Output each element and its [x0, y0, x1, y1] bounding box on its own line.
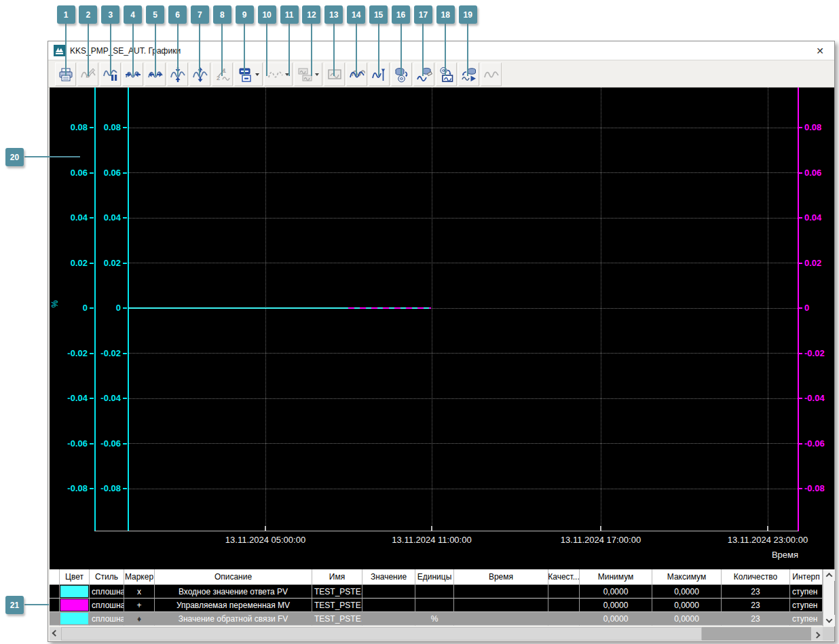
column-header-Значение[interactable]: Значение [362, 569, 415, 585]
callout-line-2 [88, 24, 89, 76]
y-tick-mark [123, 307, 127, 309]
y-tick-mark [798, 263, 802, 264]
cell-value [362, 612, 415, 626]
gridline-horizontal [128, 172, 798, 173]
smooth-curve-button[interactable] [481, 62, 502, 86]
gridline-horizontal [128, 353, 798, 354]
callout-line-18 [445, 24, 446, 76]
callout-line-13 [333, 24, 335, 76]
callout-badge-11: 11 [280, 5, 299, 24]
database-playback-icon [461, 67, 477, 83]
cell-count: 23 [722, 612, 790, 626]
column-header-Минимум[interactable]: Минимум [580, 569, 652, 585]
column-header-Единицы[interactable]: Единицы [415, 569, 454, 585]
cell-count: 23 [722, 599, 790, 612]
gridline-horizontal [128, 218, 798, 219]
column-header-Качест...[interactable]: Качест... [548, 569, 580, 585]
y-tick-label-fv: 0.06 [90, 168, 121, 178]
callout-line-1 [65, 24, 67, 76]
scroll-right-button[interactable] [811, 627, 823, 641]
clear-archive-button[interactable] [413, 62, 434, 86]
cell-marker: + [124, 599, 155, 612]
cell-value [362, 585, 415, 599]
cell-sel [50, 599, 60, 612]
cell-sel [50, 612, 60, 626]
y-tick-label-pv: -0.02 [56, 348, 88, 358]
window-title: KKS_PMP_SE_AUT. Графики [70, 46, 181, 56]
legend-row-1[interactable]: сплошнаяxВходное значение ответа PVTEST_… [50, 585, 823, 599]
column-header-Время[interactable]: Время [454, 569, 548, 585]
legend-grid: ЦветСтильМаркерОписаниеИмяЗначениеЕдиниц… [50, 569, 823, 626]
y-tick-label-fv: 0.02 [90, 258, 121, 268]
cell-time [454, 612, 548, 626]
gridline-horizontal [128, 128, 798, 128]
x-tick-mark [600, 526, 601, 531]
column-header-selector[interactable] [50, 569, 60, 585]
load-archive-button[interactable] [436, 62, 457, 86]
y-tick-label-fv: -0.06 [90, 438, 121, 449]
add-pane-icon [238, 67, 254, 83]
curve-color-swatch [60, 586, 88, 597]
gridline-vertical [265, 88, 266, 531]
close-icon[interactable]: ✕ [814, 45, 826, 57]
dashed-curve-icon [267, 67, 284, 83]
legend-horizontal-scrollbar[interactable] [50, 627, 834, 641]
cell-quality [548, 612, 580, 626]
callout-line-9 [244, 24, 245, 76]
y-tick-label-pv: 0 [56, 303, 88, 313]
column-header-Цвет[interactable]: Цвет [60, 569, 90, 585]
column-header-Количество[interactable]: Количество [722, 569, 790, 585]
callout-line-15 [378, 24, 379, 76]
chevron-down-icon [826, 616, 833, 623]
callout-badge-15: 15 [369, 5, 388, 24]
callout-line-19 [467, 24, 468, 76]
chart-plot-area[interactable]: 0.080.080.080.060.060.060.040.040.040.02… [50, 88, 834, 569]
export-archive-button[interactable] [391, 62, 412, 86]
cell-style: сплошная [90, 585, 124, 599]
y-tick-mark [798, 172, 802, 174]
callout-line-7 [199, 24, 200, 76]
x-tick-label: 13.11.2024 23:00:00 [710, 535, 825, 545]
column-header-Максимум[interactable]: Максимум [652, 569, 722, 585]
y-tick-mark [123, 488, 127, 489]
y-tick-mark [798, 217, 802, 219]
cell-swatch [60, 612, 90, 626]
y-tick-mark [798, 488, 802, 489]
cell-min: 0,0000 [580, 599, 652, 612]
database-erase-curve-icon [416, 67, 432, 83]
scroll-left-button[interactable] [50, 627, 61, 641]
legend-vertical-scrollbar[interactable] [823, 569, 834, 626]
y-tick-label-mv: -0.02 [804, 348, 834, 358]
column-header-Маркер[interactable]: Маркер [124, 569, 155, 585]
y-tick-mark [123, 353, 127, 354]
scroll-up-button[interactable] [823, 569, 835, 581]
column-header-Имя[interactable]: Имя [312, 569, 362, 585]
callout-badge-14: 14 [347, 5, 365, 24]
window-titlebar[interactable]: KKS_PMP_SE_AUT. Графики ✕ [48, 41, 834, 60]
cell-min: 0,0000 [580, 612, 652, 626]
chart-layout-button[interactable] [294, 62, 322, 86]
horizontal-scroll-thumb[interactable] [61, 627, 702, 641]
y-tick-label-mv: -0.04 [804, 393, 834, 403]
cell-description: Входное значение ответа PV [155, 585, 312, 599]
gridline-horizontal [128, 263, 798, 263]
legend-row-2[interactable]: сплошная+Управляемая переменная MVTEST_P… [50, 599, 823, 612]
cell-quality [548, 599, 580, 612]
column-header-Интерп[interactable]: Интерп [790, 569, 823, 585]
column-header-Описание[interactable]: Описание [155, 569, 312, 585]
add-pane-button[interactable] [234, 62, 263, 86]
cell-swatch [60, 585, 90, 599]
x-tick-mark [767, 526, 768, 531]
legend-row-3[interactable]: сплошная♦Значение обратной связи FVTEST_… [50, 612, 823, 626]
chevron-up-icon [826, 573, 833, 580]
x-tick-label: 13.11.2024 17:00:00 [543, 535, 658, 545]
cell-quality [548, 585, 580, 599]
gridline-vertical [432, 88, 432, 531]
y-axis-mv-line [798, 88, 799, 531]
column-header-Стиль[interactable]: Стиль [90, 569, 124, 585]
archive-playback-button[interactable] [458, 62, 479, 86]
callout-badge-8: 8 [213, 5, 231, 24]
scroll-down-button[interactable] [823, 615, 835, 626]
cell-units: % [415, 612, 454, 626]
cell-description: Управляемая переменная MV [155, 599, 312, 612]
